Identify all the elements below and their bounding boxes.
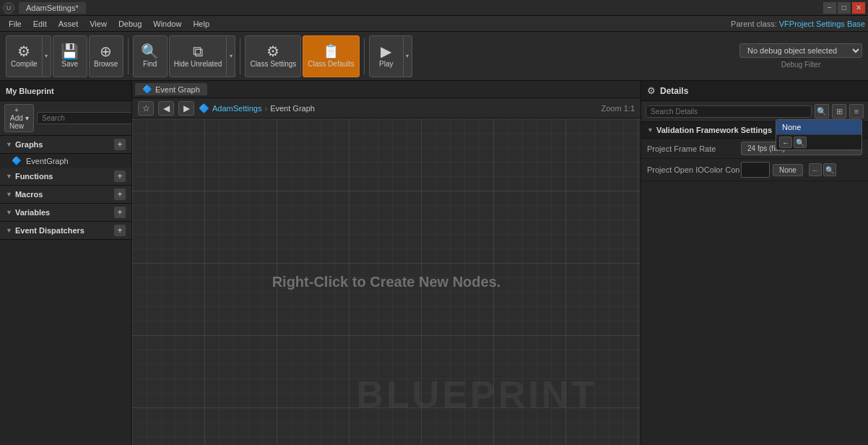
event-graph-icon: 🔷 [12, 156, 22, 165]
class-defaults-button[interactable]: 📋 Class Defaults [303, 35, 359, 77]
menu-debug[interactable]: Debug [113, 18, 147, 30]
color-reset-button[interactable]: ← [809, 163, 822, 176]
debug-filter-group: No debug object selected Debug Filter [739, 43, 862, 69]
close-button[interactable]: ✕ [852, 2, 865, 14]
parent-class-info: Parent class: VFProject Settings Base [731, 20, 865, 28]
event-graph-tab-label: Event Graph [155, 85, 200, 94]
functions-section-header[interactable]: ▼ Functions + [0, 168, 131, 186]
debug-filter-select[interactable]: No debug object selected [739, 43, 862, 58]
macros-expand-icon: ▼ [6, 191, 12, 198]
class-settings-button[interactable]: ⚙ Class Settings [245, 35, 301, 77]
details-search-btn[interactable]: 🔍 [815, 104, 829, 118]
details-options-btn[interactable]: ≡ [849, 104, 864, 118]
search-bar: + Add New ▾ ≡ ⊞ [0, 101, 131, 136]
menu-edit[interactable]: Edit [27, 18, 53, 30]
play-arrow[interactable]: ▾ [404, 35, 412, 77]
compile-button[interactable]: ⚙ Compile [6, 35, 43, 77]
hide-unrelated-group: ⧉ Hide Unrelated ▾ [169, 35, 236, 77]
functions-section-label: Functions [15, 172, 53, 181]
macros-section-header[interactable]: ▼ Macros + [0, 186, 131, 204]
dropdown-arrow-row: ← 🔍 [776, 134, 862, 150]
color-none-button[interactable]: None [773, 164, 803, 176]
left-panel: My Blueprint + Add New ▾ ≡ ⊞ ▼ Graphs + … [0, 81, 132, 445]
event-graph-tab-icon: 🔷 [142, 85, 152, 94]
validation-section-label: Validation Framework Settings [656, 126, 772, 134]
color-preview[interactable] [741, 162, 770, 178]
variables-expand-icon: ▼ [6, 209, 12, 216]
graphs-section-header[interactable]: ▼ Graphs + [0, 136, 131, 154]
class-defaults-icon: 📋 [322, 44, 340, 59]
menu-asset[interactable]: Asset [53, 18, 84, 30]
macros-add-button[interactable]: + [114, 189, 126, 200]
hide-unrelated-label: Hide Unrelated [174, 60, 222, 68]
my-blueprint-title: My Blueprint [6, 87, 54, 95]
dropdown-option-none[interactable]: None [776, 120, 862, 134]
event-graph-item[interactable]: 🔷 EventGraph [0, 154, 131, 168]
event-dispatchers-section-header[interactable]: ▼ Event Dispatchers + [0, 222, 131, 240]
menu-window[interactable]: Window [147, 18, 187, 30]
event-dispatchers-add-button[interactable]: + [114, 225, 126, 236]
title-bar-left: U AdamSettings* [3, 2, 86, 14]
search-input[interactable] [37, 112, 132, 124]
main-toolbar: ⚙ Compile ▾ 💾 Save ⊕ Browse 🔍 Find ⧉ Hid… [0, 32, 868, 81]
menu-view[interactable]: View [84, 18, 113, 30]
menu-help[interactable]: Help [187, 18, 215, 30]
main-layout: My Blueprint + Add New ▾ ≡ ⊞ ▼ Graphs + … [0, 81, 868, 445]
play-button[interactable]: ▶ Play [369, 35, 404, 77]
ue-logo: U [3, 2, 14, 14]
right-panel: ⚙ Details 🔍 ⊞ ≡ ▼ Validation Framework S… [641, 81, 868, 445]
parent-class-label: Parent class: [731, 20, 777, 28]
functions-add-button[interactable]: + [114, 170, 126, 182]
dropdown-back-btn[interactable]: ← [779, 137, 792, 148]
parent-class-link[interactable]: VFProject Settings Base [779, 20, 865, 28]
add-new-arrow-icon: ▾ [25, 114, 29, 122]
app-tab[interactable]: AdamSettings* [19, 2, 86, 14]
center-canvas: 🔷 Event Graph ☆ ◀ ▶ 🔷 AdamSettings › Eve… [132, 81, 641, 445]
nav-fwd-button[interactable]: ▶ [178, 101, 194, 116]
details-search-input[interactable] [646, 105, 812, 118]
event-dispatchers-expand-icon: ▼ [6, 227, 12, 234]
graph-tab-bar: 🔷 Event Graph [132, 81, 641, 98]
add-new-button[interactable]: + Add New ▾ [4, 104, 34, 132]
breadcrumb-sep: › [264, 104, 267, 113]
minimize-button[interactable]: − [823, 2, 836, 14]
hide-unrelated-arrow[interactable]: ▾ [227, 35, 235, 77]
variables-add-button[interactable]: + [114, 207, 126, 218]
event-graph-tab[interactable]: 🔷 Event Graph [135, 83, 207, 95]
window-controls: − □ ✕ [823, 2, 865, 14]
save-button[interactable]: 💾 Save [53, 35, 87, 77]
breadcrumb-root[interactable]: AdamSettings [212, 104, 261, 113]
nav-back-button[interactable]: ◀ [158, 101, 174, 116]
save-label: Save [61, 60, 78, 68]
compile-icon: ⚙ [17, 44, 30, 59]
hide-unrelated-button[interactable]: ⧉ Hide Unrelated [169, 35, 227, 77]
restore-button[interactable]: □ [838, 2, 851, 14]
compile-arrow[interactable]: ▾ [43, 35, 51, 77]
validation-expand-icon: ▼ [647, 126, 654, 134]
canvas-watermark: BLUEPRINT [356, 373, 597, 416]
browse-label: Browse [94, 60, 118, 68]
graphs-add-button[interactable]: + [114, 139, 126, 150]
event-graph-label: EventGraph [26, 157, 69, 165]
play-group: ▶ Play ▾ [369, 35, 412, 77]
save-icon: 💾 [61, 44, 79, 59]
canvas-hint: Right-Click to Create New Nodes. [272, 274, 501, 290]
color-label: Project Open IOColor Con [647, 165, 741, 174]
graphs-section-label: Graphs [15, 140, 43, 149]
compile-label: Compile [11, 60, 38, 68]
title-bar: U AdamSettings* − □ ✕ [0, 0, 868, 16]
find-icon: 🔍 [141, 44, 159, 59]
color-search-button[interactable]: 🔍 [823, 163, 836, 176]
bookmark-button[interactable]: ☆ [138, 101, 154, 116]
find-button[interactable]: 🔍 Find [133, 35, 168, 77]
blueprint-canvas[interactable]: Right-Click to Create New Nodes. BLUEPRI… [132, 118, 641, 445]
color-value: None ← 🔍 [741, 162, 862, 178]
browse-button[interactable]: ⊕ Browse [89, 35, 123, 77]
compile-group: ⚙ Compile ▾ [6, 35, 51, 77]
color-action-icons: ← 🔍 [809, 163, 836, 176]
dropdown-search-btn[interactable]: 🔍 [794, 137, 807, 148]
macros-section-label: Macros [15, 190, 43, 199]
menu-file[interactable]: File [3, 18, 27, 30]
variables-section-header[interactable]: ▼ Variables + [0, 204, 131, 222]
details-grid-btn[interactable]: ⊞ [832, 104, 846, 118]
